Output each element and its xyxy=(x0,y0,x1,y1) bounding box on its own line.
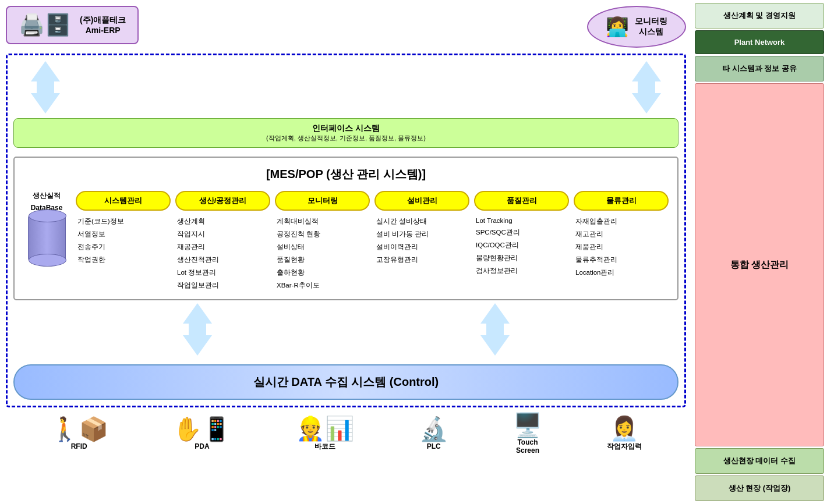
collect-arrow-down-r xyxy=(480,335,510,356)
collect-arrow-up-l xyxy=(183,303,212,324)
bottom-icon-5: 👩‍💼작업자입력 xyxy=(607,417,642,452)
category-item-1-0: 생산계획 xyxy=(175,216,270,226)
category-col-0: 시스템관리기준(코드)정보서열정보전송주기작업권한 xyxy=(76,191,171,290)
interface-subtitle: (작업계획, 생산실적정보, 기준정보, 품질정보, 물류정보) xyxy=(19,134,673,143)
dashed-area: 인터페이스 시스템 (작업계획, 생산실적정보, 기준정보, 품질정보, 물류정… xyxy=(6,54,686,407)
arrow-up-icon xyxy=(31,61,60,81)
big-arrow-right xyxy=(632,61,661,113)
category-item-1-3: 생산진척관리 xyxy=(175,255,270,265)
category-header-2: 모니터링 xyxy=(275,191,370,211)
sidebar-item-5: 생산 현장 (작업장) xyxy=(695,475,824,501)
collection-arrow-left xyxy=(183,303,212,356)
sidebar-item-1: Plant Network xyxy=(695,30,824,54)
bottom-icon-label-5: 작업자입력 xyxy=(607,442,642,452)
category-header-5: 물류관리 xyxy=(574,191,669,211)
interface-arrows-top xyxy=(13,61,678,113)
monitoring-text: 모니터링 시스템 xyxy=(635,16,667,37)
big-arrow-left xyxy=(31,61,60,113)
arrow-shaft xyxy=(37,81,54,93)
sidebar-item-2: 타 시스템과 정보 공유 xyxy=(695,56,824,81)
collect-arrow-up-r xyxy=(480,303,510,324)
bottom-icon-img-1: ✋📱 xyxy=(173,417,231,441)
category-item-2-1: 공정진척 현황 xyxy=(275,229,370,239)
sidebar-item-3: 통합 생산관리 xyxy=(695,83,824,446)
erp-company: (주)애플테크 xyxy=(80,15,126,26)
category-item-3-2: 설비이력관리 xyxy=(374,242,469,252)
erp-text: (주)애플테크 Ami-ERP xyxy=(80,15,126,35)
collect-shaft-r xyxy=(486,324,504,335)
category-item-3-3: 고장유형관리 xyxy=(374,255,469,265)
bottom-icon-img-4: 🖥️ xyxy=(513,413,542,436)
category-header-4: 품질관리 xyxy=(474,191,569,211)
bottom-icon-label-1: PDA xyxy=(195,442,209,450)
category-item-2-3: 품질현황 xyxy=(275,255,370,265)
arrow-down-icon xyxy=(31,93,60,113)
category-item-5-3: 물류추적관리 xyxy=(574,255,669,265)
bottom-icon-4: 🖥️Touch Screen xyxy=(513,413,542,455)
category-item-1-4: Lot 정보관리 xyxy=(175,268,270,278)
bottom-icon-label-2: 바코드 xyxy=(314,442,335,452)
category-item-5-1: 재고관리 xyxy=(574,229,669,239)
right-sidebar: 생산계획 및 경영지원Plant Network타 시스템과 정보 공유통합 생… xyxy=(692,0,827,504)
bottom-icon-2: 👷📊바코드 xyxy=(296,417,354,452)
monitoring-line2: 시스템 xyxy=(635,27,667,37)
bottom-icon-label-3: PLC xyxy=(427,442,441,450)
category-col-2: 모니터링계획대비실적공정진척 현황설비상태품질현황출하현황XBar-R추이도 xyxy=(275,191,370,290)
collection-arrows xyxy=(13,303,678,356)
bottom-icon-1: ✋📱PDA xyxy=(173,417,231,450)
category-item-4-4: 검사정보관리 xyxy=(474,266,569,276)
database-container: 생산실적 DataBase xyxy=(23,191,70,261)
erp-box: 🖨️🗄️ (주)애플테크 Ami-ERP xyxy=(6,6,139,44)
category-item-1-2: 재공관리 xyxy=(175,242,270,252)
interface-title: 인터페이스 시스템 xyxy=(19,123,673,134)
mes-title: [MES/POP (생산 관리 시스템)] xyxy=(23,166,669,182)
category-item-1-5: 작업일보관리 xyxy=(175,281,270,290)
bottom-icon-img-0: 🚶📦 xyxy=(50,417,108,441)
bottom-icon-0: 🚶📦RFID xyxy=(50,417,108,450)
db-label1: 생산실적 xyxy=(33,191,61,201)
top-row: 🖨️🗄️ (주)애플테크 Ami-ERP 👩‍💻 모니터링 시스템 xyxy=(6,6,686,48)
collection-arrow-right xyxy=(480,303,510,356)
category-item-4-1: SPC/SQC관리 xyxy=(474,228,569,237)
category-item-5-4: Location관리 xyxy=(574,268,669,278)
category-item-0-1: 서열정보 xyxy=(76,229,171,239)
interface-bar: 인터페이스 시스템 (작업계획, 생산실적정보, 기준정보, 품질정보, 물류정… xyxy=(13,118,678,148)
category-item-5-2: 제품관리 xyxy=(574,242,669,252)
category-item-1-1: 작업지시 xyxy=(175,229,270,239)
bottom-icon-3: 🔬PLC xyxy=(419,417,448,450)
category-item-2-4: 출하현황 xyxy=(275,268,370,278)
category-item-4-3: 불량현황관리 xyxy=(474,253,569,263)
arrow-down-icon-r xyxy=(632,93,661,113)
category-col-4: 품질관리Lot TrackingSPC/SQC관리IQC/OQC관리불량현황관리… xyxy=(474,191,569,290)
realtime-bar: 실시간 DATA 수집 시스템 (Control) xyxy=(13,364,678,400)
category-item-4-0: Lot Tracking xyxy=(474,216,569,225)
categories-container: 시스템관리기준(코드)정보서열정보전송주기작업권한생산/공정관리생산계획작업지시… xyxy=(76,191,669,290)
bottom-icon-img-2: 👷📊 xyxy=(296,417,354,440)
category-item-0-3: 작업권한 xyxy=(76,255,171,265)
bottom-icon-img-3: 🔬 xyxy=(419,417,448,441)
bottom-icon-img-5: 👩‍💼 xyxy=(610,417,639,440)
category-col-5: 물류관리자재입출관리재고관리제품관리물류추적관리Location관리 xyxy=(574,191,669,290)
erp-product: Ami-ERP xyxy=(80,26,126,35)
category-item-5-0: 자재입출관리 xyxy=(574,216,669,226)
arrow-shaft-r xyxy=(638,81,655,93)
bottom-icon-label-0: RFID xyxy=(71,442,87,450)
mes-box: [MES/POP (생산 관리 시스템)] 생산실적 DataBase 시스템관… xyxy=(13,157,678,300)
category-item-0-0: 기준(코드)정보 xyxy=(76,216,171,226)
monitoring-box: 👩‍💻 모니터링 시스템 xyxy=(587,6,686,48)
category-item-3-0: 실시간 설비상태 xyxy=(374,216,469,226)
arrow-up-icon-r xyxy=(632,61,661,81)
category-header-3: 설비관리 xyxy=(374,191,469,211)
category-item-3-1: 설비 비가동 관리 xyxy=(374,229,469,239)
category-item-4-2: IQC/OQC관리 xyxy=(474,240,569,250)
sidebar-item-4: 생산현장 데이터 수집 xyxy=(695,448,824,474)
category-item-0-2: 전송주기 xyxy=(76,242,171,252)
mes-content: 생산실적 DataBase 시스템관리기준(코드)정보서열정보전송주기작업권한생… xyxy=(23,191,669,290)
category-item-2-2: 설비상태 xyxy=(275,242,370,252)
monitoring-line1: 모니터링 xyxy=(635,16,667,27)
category-item-2-0: 계획대비실적 xyxy=(275,216,370,226)
category-header-0: 시스템관리 xyxy=(76,191,171,211)
collect-shaft-l xyxy=(189,324,206,335)
realtime-text: 실시간 DATA 수집 시스템 (Control) xyxy=(253,375,439,388)
category-item-2-5: XBar-R추이도 xyxy=(275,281,370,290)
